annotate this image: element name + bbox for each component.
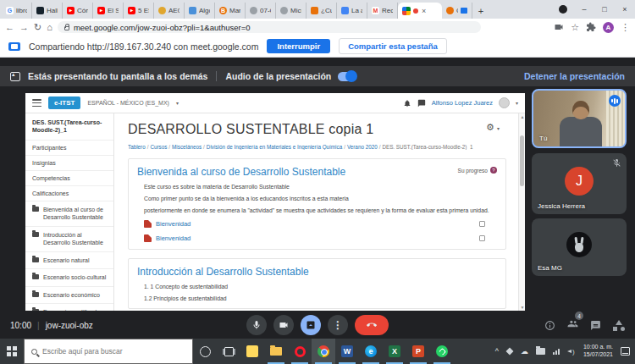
hang-up-button[interactable] xyxy=(355,315,389,335)
browser-circle-icon[interactable] xyxy=(559,5,567,14)
scroll-down-icon[interactable]: ▼ xyxy=(519,305,525,310)
moodle-logo[interactable]: e-ITST xyxy=(48,97,80,109)
notification-center-icon[interactable] xyxy=(621,347,630,356)
tab-capture-icon[interactable] xyxy=(554,22,564,32)
activity-link[interactable]: Bienvenidad xyxy=(156,234,190,242)
taskbar-clock[interactable]: 10:00 a. m. 15/07/2021 xyxy=(583,344,613,359)
forward-icon[interactable]: → xyxy=(19,19,29,36)
stop-presentation-link[interactable]: Detener la presentación xyxy=(524,71,625,81)
tab-close-icon[interactable]: × xyxy=(422,7,426,15)
breadcrumb-link[interactable]: División de Ingeniería en Materiales e I… xyxy=(207,144,342,150)
scroll-up-icon[interactable]: ▲ xyxy=(519,114,525,119)
more-options-button[interactable]: ⋮ xyxy=(328,315,348,335)
powerpoint-button[interactable]: P xyxy=(406,339,430,364)
language-selector[interactable]: ESPAÑOL - MÉXICO (ES_MX) xyxy=(87,100,168,106)
help-question-icon[interactable]: ? xyxy=(490,167,497,174)
sidebar-section-escenario-economico[interactable]: Escenario económico xyxy=(25,287,113,304)
cortana-button[interactable] xyxy=(193,339,217,364)
section-intro-heading[interactable]: Introducción al Desarrollo Sustentable xyxy=(137,266,497,278)
chrome-button[interactable] xyxy=(312,339,335,364)
tray-chevron-icon[interactable]: ^ xyxy=(495,347,499,356)
browser-tab[interactable]: Hallu xyxy=(32,3,63,19)
moodle-user-name[interactable]: Alfonso Lopez Juarez xyxy=(432,99,493,107)
participant-tile-you[interactable]: Tú xyxy=(532,89,627,148)
edge-button[interactable]: e xyxy=(359,339,383,364)
browser-tab[interactable]: MRecib xyxy=(367,3,398,19)
share-this-tab-button[interactable]: Compartir esta pestaña xyxy=(339,38,447,54)
browser-tab[interactable]: AE08 xyxy=(154,3,185,19)
sidebar-item-insignias[interactable]: Insignias xyxy=(25,156,113,171)
breadcrumb-link[interactable]: Verano 2020 xyxy=(347,144,378,150)
info-icon[interactable] xyxy=(544,320,555,331)
maximize-button[interactable]: □ xyxy=(594,0,615,19)
present-screen-button[interactable] xyxy=(301,315,321,335)
browser-tab[interactable]: ▸5 EST xyxy=(124,3,154,19)
completion-checkbox[interactable] xyxy=(479,221,485,227)
browser-tab[interactable]: ▸El Se xyxy=(93,3,124,19)
chevron-down-icon[interactable]: ▾ xyxy=(516,100,518,106)
browser-tab[interactable]: Glibro c xyxy=(2,3,32,19)
taskbar-search[interactable] xyxy=(24,339,193,364)
mic-button[interactable] xyxy=(246,315,267,335)
moodle-avatar[interactable] xyxy=(499,97,510,108)
hamburger-menu-icon[interactable] xyxy=(32,99,41,107)
browser-tab[interactable]: ¿Cuán xyxy=(306,3,337,19)
minimize-button[interactable]: – xyxy=(574,0,594,19)
task-view-button[interactable] xyxy=(217,339,240,364)
taskbar-search-input[interactable] xyxy=(42,347,185,356)
sidebar-section-bienvenida[interactable]: Bienvenida al curso de Desarrollo Susten… xyxy=(25,201,113,227)
breadcrumb-link[interactable]: Misceláneos xyxy=(172,144,202,150)
presentation-audio-toggle[interactable] xyxy=(338,72,356,81)
camera-button[interactable] xyxy=(273,315,294,335)
opera-button[interactable] xyxy=(288,339,312,364)
extensions-puzzle-icon[interactable] xyxy=(586,22,596,32)
sidebar-section-introduccion[interactable]: Introducción al Desarrollo Sustentable xyxy=(25,227,113,252)
gear-icon[interactable]: ⚙ ▾ xyxy=(486,122,500,133)
back-icon[interactable]: ← xyxy=(5,19,14,36)
completion-checkbox[interactable] xyxy=(479,235,485,241)
sidebar-section-escenario-natural[interactable]: Escenario natural xyxy=(25,252,113,269)
activity-link[interactable]: Bienvenidad xyxy=(156,220,190,228)
participant-tile-esa[interactable]: Esa MG xyxy=(532,218,627,276)
browser-tab[interactable]: Micro xyxy=(276,3,306,19)
address-bar[interactable]: meet.google.com/jow-zuoi-obz?pli=1&authu… xyxy=(58,21,481,33)
browser-menu-icon[interactable]: ⋮ xyxy=(621,19,630,36)
reload-icon[interactable]: ↻ xyxy=(34,19,41,36)
profile-avatar[interactable]: A xyxy=(603,22,614,33)
start-button[interactable] xyxy=(0,339,24,364)
excel-button[interactable]: X xyxy=(383,339,406,364)
close-button[interactable]: × xyxy=(615,0,635,19)
chat-icon[interactable] xyxy=(590,320,601,331)
whatsapp-button[interactable] xyxy=(430,339,454,364)
section-welcome-heading[interactable]: Bienvenida al curso de Desarrollo Susten… xyxy=(137,166,497,178)
sidebar-section-escenario-modificado[interactable]: Escenario modificado xyxy=(25,304,113,311)
sidebar-item-competencias[interactable]: Competencias xyxy=(25,171,113,186)
sidebar-section-escenario-socio-cultural[interactable]: Escenario socio-cultural xyxy=(25,269,113,286)
participants-button[interactable]: 4 xyxy=(567,317,578,333)
chat-bubble-icon[interactable] xyxy=(417,99,426,108)
tab-google-meet-active[interactable]: × xyxy=(398,3,442,19)
moodle-scrollbar[interactable]: ▲ ▼ xyxy=(518,113,525,311)
scrollbar-thumb[interactable] xyxy=(520,135,524,186)
sidebar-item-calificaciones[interactable]: Calificaciones xyxy=(25,186,113,201)
participant-tile-jessica[interactable]: J Jessica Herrera xyxy=(532,153,627,214)
stop-sharing-button[interactable]: Interrumpir xyxy=(267,39,330,53)
activities-icon[interactable] xyxy=(613,320,625,331)
breadcrumb-link[interactable]: Tablero xyxy=(128,144,146,150)
bookmark-star-icon[interactable]: ☆ xyxy=(571,19,579,36)
dropbox-icon[interactable] xyxy=(505,347,513,355)
new-tab-button[interactable]: + xyxy=(472,3,489,19)
network-icon[interactable] xyxy=(553,349,560,355)
sticky-notes-button[interactable] xyxy=(240,339,264,364)
word-button[interactable]: W xyxy=(335,339,359,364)
browser-tab[interactable]: 07-GI xyxy=(246,3,276,19)
home-icon[interactable]: ⌂ xyxy=(47,19,52,36)
browser-tab[interactable]: Algor xyxy=(185,3,215,19)
browser-tab[interactable]: BMarsh xyxy=(215,3,246,19)
file-explorer-button[interactable] xyxy=(264,339,288,364)
browser-tab[interactable]: ▸Cómo xyxy=(63,3,93,19)
browser-tab[interactable]: La acc xyxy=(337,3,367,19)
sidebar-item-participantes[interactable]: Participantes xyxy=(25,141,113,156)
bell-icon[interactable] xyxy=(403,99,411,108)
volume-icon[interactable]: ) xyxy=(567,348,576,356)
